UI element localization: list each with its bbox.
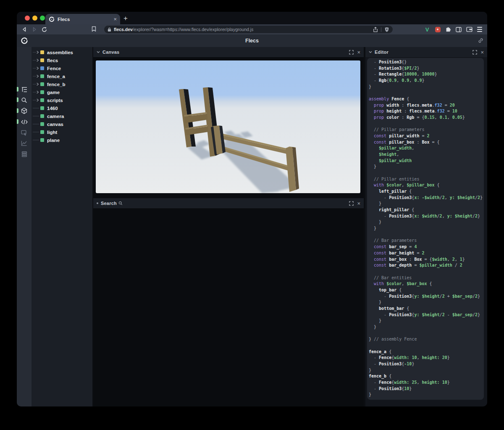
code-line[interactable]: } // assembly Fence — [369, 336, 484, 343]
code-line[interactable]: const pillar_box : Box = { — [369, 139, 484, 146]
close-icon[interactable]: × — [357, 201, 360, 206]
code-line[interactable] — [369, 170, 484, 176]
code-line[interactable]: } — [369, 392, 484, 398]
code-line[interactable]: prop height : flecs.meta.f32 = 10 — [369, 108, 484, 115]
statistics-icon[interactable] — [17, 138, 32, 148]
tree-item-fence_a[interactable]: fence_a — [32, 72, 92, 80]
expand-chevron-icon[interactable] — [36, 58, 39, 62]
code-line[interactable]: - Rgb{0.9, 0.9, 0.9} — [369, 78, 484, 84]
code-line[interactable]: left_pillar { — [369, 189, 484, 195]
code-line[interactable]: - Position3{y: $height/2 - $bar_sep/2} — [369, 312, 484, 318]
code-line[interactable]: $pillar_width, — [369, 145, 484, 152]
code-line[interactable]: } — [369, 84, 484, 90]
code-line[interactable]: prop color : Rgb = {0.15, 0.1, 0.05} — [369, 115, 484, 121]
code-line[interactable] — [369, 343, 484, 349]
code-line[interactable]: } — [369, 225, 484, 232]
expand-chevron-icon[interactable] — [36, 74, 39, 78]
data-tables-icon[interactable] — [17, 149, 32, 159]
canvas-panel-header[interactable]: Canvas × — [93, 47, 364, 57]
tree-item-game[interactable]: game — [32, 88, 92, 96]
wallet-icon[interactable] — [466, 26, 472, 33]
fullscreen-icon[interactable] — [349, 201, 354, 206]
fullscreen-icon[interactable] — [349, 50, 354, 55]
code-line[interactable]: bottom_bar { — [369, 306, 484, 312]
code-line[interactable]: const bar_depth = $pillar_width / 2 — [369, 262, 484, 269]
code-line[interactable]: } — [369, 299, 484, 306]
expand-chevron-icon[interactable] — [36, 50, 39, 54]
code-line[interactable]: with $color, $pillar_box { — [369, 182, 484, 189]
code-line[interactable]: - Position3{} — [369, 59, 484, 66]
tree-item-plane[interactable]: plane — [32, 136, 92, 144]
vue-devtools-icon[interactable]: V — [424, 26, 430, 33]
tree-item-Fence[interactable]: Fence — [32, 64, 92, 72]
code-line[interactable] — [369, 121, 484, 127]
tree-item-scripts[interactable]: scripts — [32, 96, 92, 104]
code-line[interactable] — [369, 90, 484, 96]
code-line[interactable]: // Pillar entities — [369, 176, 484, 183]
code-line[interactable]: assembly Fence { — [369, 96, 484, 102]
code-line[interactable] — [369, 269, 484, 275]
extensions-puzzle-icon[interactable] — [445, 26, 452, 33]
red-extension-icon[interactable] — [434, 26, 441, 33]
tree-item-assemblies[interactable]: assemblies — [32, 48, 92, 56]
browser-tab[interactable]: Flecs × — [45, 14, 120, 24]
code-line[interactable]: } — [369, 367, 484, 374]
code-editor-icon[interactable] — [17, 117, 32, 127]
fullscreen-icon[interactable] — [472, 50, 477, 55]
code-line[interactable]: const pillar_width = 2 — [369, 133, 484, 139]
code-line[interactable]: // Pillar parameters — [369, 127, 484, 133]
code-line[interactable]: - Rotation3{$PI/2} — [369, 66, 484, 72]
close-icon[interactable]: × — [357, 50, 360, 55]
code-editor[interactable]: - Position3{} - Rotation3{$PI/2} - Recta… — [367, 58, 484, 400]
zoom-window-button[interactable] — [40, 16, 45, 21]
brave-shield-icon[interactable] — [384, 27, 389, 32]
scene-3d-icon[interactable] — [17, 106, 32, 116]
expand-chevron-icon[interactable] — [36, 82, 39, 86]
share-icon[interactable] — [373, 27, 378, 32]
code-line[interactable]: const bar_height = 2 — [369, 250, 484, 257]
bookmark-icon[interactable] — [92, 26, 96, 32]
entity-tree-icon[interactable] — [17, 84, 32, 94]
code-line[interactable]: // Bar entities — [369, 275, 484, 281]
tree-item-canvas[interactable]: canvas — [32, 120, 92, 128]
code-line[interactable]: $height, — [369, 152, 484, 158]
tree-item-camera[interactable]: camera — [32, 112, 92, 120]
expand-chevron-icon[interactable] — [36, 98, 39, 102]
code-line[interactable]: fence_b { — [369, 373, 484, 380]
new-tab-button[interactable]: + — [120, 13, 131, 24]
code-line[interactable]: $pillar_width — [369, 158, 484, 164]
tree-item-light[interactable]: light — [32, 128, 92, 136]
code-line[interactable]: const bar_box : Box = {$width, 2, 1} — [369, 257, 484, 263]
code-line[interactable]: - Fence{width: 25, height: 10} — [369, 380, 484, 386]
code-line[interactable]: fence_a { — [369, 349, 484, 355]
chevron-down-icon[interactable] — [369, 51, 372, 53]
close-window-button[interactable] — [25, 16, 30, 21]
code-line[interactable]: with $color, $bar_box { — [369, 281, 484, 287]
inspector-icon[interactable] — [17, 128, 32, 138]
expand-chevron-icon[interactable] — [36, 66, 39, 70]
code-line[interactable] — [369, 232, 484, 238]
menu-icon[interactable] — [476, 26, 483, 33]
code-line[interactable]: top_bar { — [369, 287, 484, 294]
code-line[interactable]: const bar_sep = 4 — [369, 244, 484, 250]
code-line[interactable]: - Position3{x: -$width/2, y: $height/2} — [369, 195, 484, 201]
sidebar-toggle-icon[interactable] — [455, 26, 462, 33]
search-panel-header[interactable]: Search × — [93, 198, 364, 208]
reload-icon[interactable] — [41, 26, 47, 33]
close-icon[interactable]: × — [480, 50, 484, 55]
chevron-down-icon[interactable] — [97, 51, 100, 53]
link-icon[interactable] — [478, 38, 483, 43]
code-line[interactable]: } — [369, 324, 484, 330]
minimize-window-button[interactable] — [32, 16, 37, 21]
tree-item-fence_b[interactable]: fence_b — [32, 80, 92, 88]
code-line[interactable]: } — [369, 201, 484, 207]
code-line[interactable]: } — [369, 164, 484, 170]
code-line[interactable]: - Position3{10} — [369, 386, 484, 392]
code-line[interactable]: - Position3{y: $height/2 + $bar_sep/2} — [369, 294, 484, 300]
editor-panel-header[interactable]: Editor × — [365, 47, 487, 57]
code-line[interactable]: // Bar parameters — [369, 238, 484, 244]
code-line[interactable]: } — [369, 318, 484, 324]
tab-close-icon[interactable]: × — [113, 16, 117, 22]
tree-item-1460[interactable]: 1460 — [32, 104, 92, 112]
code-line[interactable]: prop width : flecs.meta.f32 = 20 — [369, 102, 484, 109]
